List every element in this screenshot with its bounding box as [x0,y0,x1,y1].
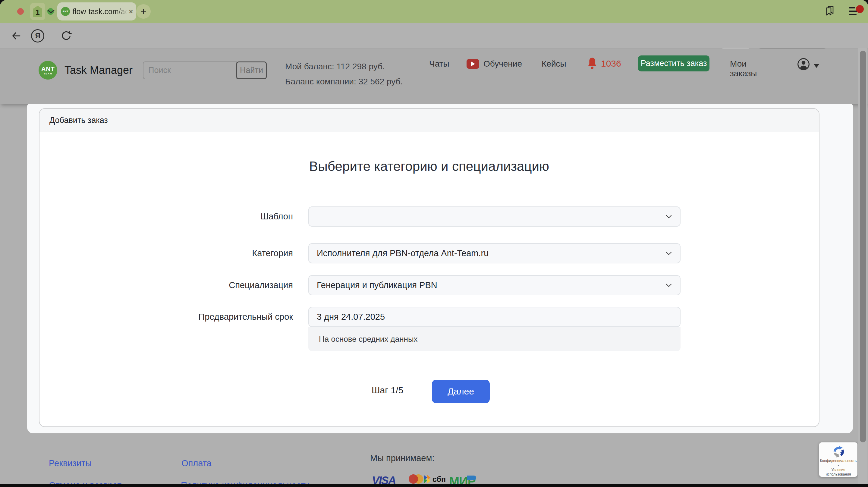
tab-strip: 1 ANT flow-task.com/add_task × + [0,0,868,23]
specialization-select[interactable]: Генерация и публикация PBN [308,275,681,295]
screen: 1 ANT flow-task.com/add_task × + [0,0,868,487]
footer-link-requisites[interactable]: Реквизиты [49,458,92,468]
nav-item-cases[interactable]: Кейсы [541,59,566,69]
chevron-down-icon [665,251,672,255]
step-row: Шаг 1/5 Далее [39,380,819,403]
recaptcha-privacy[interactable]: Конфиденциальность - [819,459,858,468]
template-select[interactable] [308,207,681,226]
notification-dot [856,5,864,13]
form-row-specialization: Специализация Генерация и публикация PBN [39,275,819,295]
youtube-icon[interactable] [467,59,479,69]
select-value: Генерация и публикация PBN [317,280,665,290]
tab-close-icon[interactable]: × [129,7,133,16]
form-row-category: Категория Исполнителя для PBN-отдела Ant… [39,243,819,264]
balance-block: Мой баланс: 112 298 руб. Баланс компании… [285,59,403,89]
browser-tab[interactable]: ANT flow-task.com/add_task × [57,2,136,21]
site-logo[interactable]: ANT TEAM [38,61,57,80]
logo-text: ANT [41,66,55,72]
deadline-value: 3 дня 24.07.2025 [317,312,672,322]
nav-item-my-orders[interactable]: Мои заказы [730,59,757,78]
tab-group-icon: 1 [33,6,42,17]
chevron-down-icon [665,283,672,287]
field-label: Предварительный срок [39,307,293,327]
plus-icon: + [141,6,147,18]
category-select[interactable]: Исполнителя для PBN-отдела Ant-Team.ru [308,243,681,264]
bookmarks-panel-icon[interactable] [825,5,835,18]
back-button[interactable] [9,23,24,49]
content-sheet: Добавить заказ Выберите категорию и спец… [27,104,853,433]
page-title: Выберите категорию и специализацию [39,159,819,174]
avatar-caret-icon[interactable] [814,64,819,68]
scrollbar-thumb[interactable] [860,51,866,443]
refresh-button[interactable] [59,23,73,49]
card-header-title: Добавить заказ [50,116,108,125]
brand-title: Task Manager [64,64,133,77]
chevron-down-icon [665,215,672,218]
refresh-icon [61,30,72,41]
site-header: ANT TEAM Task Manager Найти Мой баланс: … [0,49,868,104]
tab-group-count: 1 [36,8,39,17]
scrollbar[interactable] [858,48,867,487]
tabstrip-right-controls [825,0,862,23]
select-value: Исполнителя для PBN-отдела Ant-Team.ru [317,248,665,258]
avatar[interactable] [797,58,810,72]
next-button[interactable]: Далее [432,380,490,403]
site-favicon: ANT [61,7,70,16]
traffic-light-close[interactable] [17,8,24,15]
order-card: Добавить заказ Выберите категорию и спец… [39,108,819,427]
recaptcha-badge[interactable]: Конфиденциальность - Условия использован… [819,443,858,477]
place-order-button[interactable]: Разместить заказ [638,56,710,71]
browser-window: 1 ANT flow-task.com/add_task × + [0,0,868,487]
sbp-icon [424,474,431,484]
field-label: Специализация [39,275,293,295]
form-row-template: Шаблон [39,207,819,226]
sbp-word: сбп [433,475,446,484]
yandex-button[interactable]: Я [30,23,45,49]
field-label: Категория [39,243,293,264]
balance-company: Баланс компании: 32 562 руб. [285,74,403,89]
form-row-deadline: Предварительный срок 3 дня 24.07.2025 [39,307,819,327]
browser-toolbar: Я flow-task.com flow-task.com/add_task [0,23,868,49]
recaptcha-icon [829,445,848,458]
recaptcha-terms[interactable]: Условия использования [819,468,858,477]
new-tab-button[interactable]: + [136,4,151,19]
search-form: Найти [143,61,267,79]
tab-group-chip[interactable]: 1 [30,3,45,20]
notifications-count[interactable]: 1036 [601,58,621,69]
yandex-icon: Я [31,29,44,42]
back-icon [10,30,22,41]
accept-label: Мы принимаем: [370,453,435,463]
search-button[interactable]: Найти [236,61,267,79]
tab-list-chevron-icon[interactable] [47,9,55,15]
balance-my: Мой баланс: 112 298 руб. [285,59,403,74]
nav-item-training[interactable]: Обучение [484,59,522,69]
bell-icon[interactable] [587,57,597,71]
sbp-logo: сбп [424,474,446,484]
card-header: Добавить заказ [39,109,819,132]
browser-menu-icon[interactable] [849,6,862,17]
deadline-input[interactable]: 3 дня 24.07.2025 [308,307,681,327]
tab-title: flow-task.com/add_task [73,7,127,16]
deadline-hint-text: На основе средних данных [319,335,418,344]
footer-link-payment[interactable]: Оплата [181,458,212,468]
nav-item-chats[interactable]: Чаты [429,59,450,69]
search-input[interactable] [143,61,237,79]
mir-wing [467,476,476,480]
window-bottom-edge [0,484,868,487]
step-indicator: Шаг 1/5 [372,385,403,395]
field-label: Шаблон [39,207,293,226]
logo-subtext: TEAM [44,72,53,75]
deadline-hint: На основе средних данных [308,327,681,351]
